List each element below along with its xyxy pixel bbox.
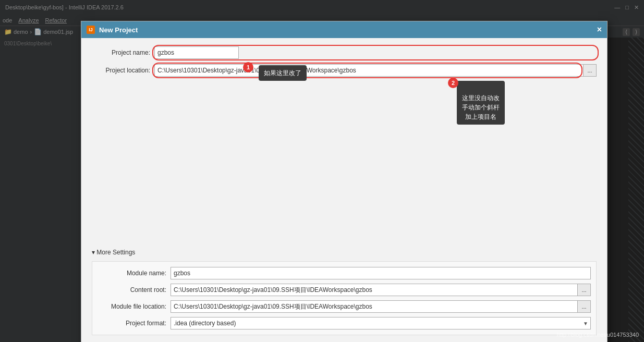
module-name-label: Module name:: [98, 270, 171, 277]
content-root-browse-button[interactable]: ...: [577, 284, 591, 296]
module-file-label: Module file location:: [98, 303, 171, 310]
project-name-label: Project name:: [92, 49, 154, 56]
content-root-input[interactable]: [171, 284, 578, 296]
project-format-row: Project format: .idea (directory based) …: [92, 317, 596, 329]
annotation-1: 1: [243, 62, 253, 72]
project-name-input[interactable]: [154, 46, 239, 59]
dialog-close-button[interactable]: ×: [597, 26, 602, 34]
dialog-titlebar: IJ New Project ×: [81, 21, 607, 38]
project-location-input[interactable]: [154, 64, 584, 77]
new-project-dialog: IJ New Project × Project name: Project l…: [81, 21, 607, 342]
content-root-row: Content root: ...: [92, 284, 596, 296]
dialog-title: New Project: [99, 26, 138, 34]
annotation-2: 2: [448, 78, 458, 88]
project-location-browse-button[interactable]: ...: [583, 64, 597, 77]
watermark: http://blog.csdn.net/u014753340: [557, 332, 639, 338]
dialog-body: Project name: Project location: ... ▾ Mo…: [81, 38, 607, 342]
project-location-row: Project location: ...: [92, 64, 597, 77]
callout-1: 如果这里改了: [259, 65, 307, 81]
module-file-input[interactable]: [171, 300, 578, 313]
content-root-label: Content root:: [98, 286, 171, 294]
intellij-icon: IJ: [87, 26, 95, 34]
more-settings-toggle[interactable]: ▾ More Settings: [92, 249, 597, 256]
project-location-label: Project location:: [92, 67, 154, 74]
more-settings-label: ▾ More Settings: [92, 249, 135, 256]
module-name-input[interactable]: [171, 267, 591, 279]
project-name-row: Project name:: [92, 46, 597, 59]
module-file-browse-button[interactable]: ...: [577, 300, 591, 313]
project-format-label: Project format:: [98, 320, 171, 327]
callout-2: 这里没自动改手动加个斜杆加上项目名: [457, 81, 505, 125]
more-settings-section: Module name: Content root: ... Module fi…: [92, 261, 597, 335]
callout-1-text: 如果这里改了: [264, 69, 301, 77]
empty-area: [92, 82, 597, 238]
callout-2-text: 这里没自动改手动加个斜杆加上项目名: [462, 94, 500, 120]
module-file-row: Module file location: ...: [92, 300, 596, 313]
project-format-select[interactable]: .idea (directory based) Eclipse (.classp…: [171, 317, 591, 329]
module-name-row: Module name:: [92, 267, 596, 279]
